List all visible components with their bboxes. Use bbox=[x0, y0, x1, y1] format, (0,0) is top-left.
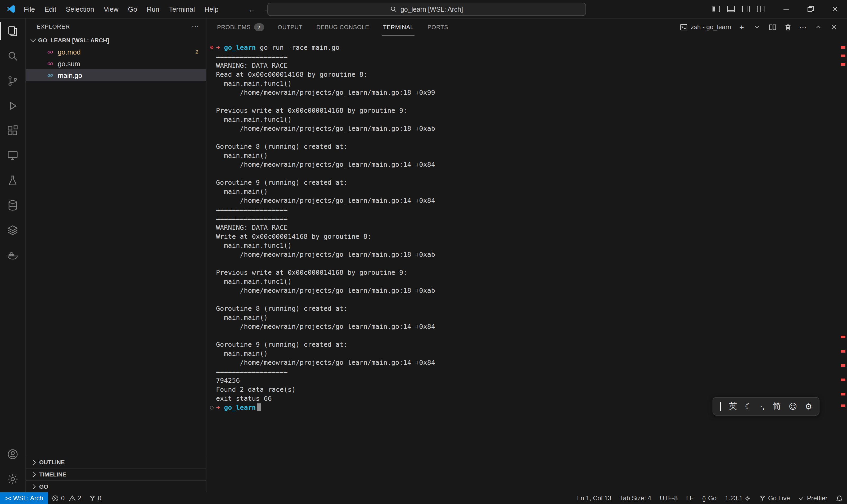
terminal-line: 794256 bbox=[216, 376, 839, 385]
layers-icon[interactable] bbox=[0, 218, 25, 242]
menu-run[interactable]: Run bbox=[142, 3, 164, 15]
kill-terminal-icon[interactable] bbox=[783, 22, 792, 32]
tab-problems[interactable]: PROBLEMS 2 bbox=[216, 19, 265, 35]
ime-punctuation-icon[interactable]: ·, bbox=[760, 401, 765, 411]
terminal-line: /home/meowrain/projects/go_learn/main.go… bbox=[216, 88, 839, 97]
terminal-icon bbox=[680, 23, 688, 31]
settings-gear-icon[interactable] bbox=[0, 466, 25, 491]
file-go.mod[interactable]: GOgo.mod2 bbox=[26, 46, 206, 58]
cursor-position[interactable]: Ln 1, Col 13 bbox=[573, 492, 615, 504]
menu-edit[interactable]: Edit bbox=[40, 3, 61, 15]
error-mark bbox=[841, 336, 845, 338]
command-decoration[interactable]: ○ bbox=[208, 403, 215, 411]
explorer-icon[interactable] bbox=[0, 19, 25, 43]
menu-selection[interactable]: Selection bbox=[61, 3, 99, 15]
accounts-icon[interactable] bbox=[0, 442, 25, 466]
maximize-panel-icon[interactable] bbox=[814, 22, 823, 32]
file-name: go.mod bbox=[58, 48, 81, 56]
terminal-line: ================== bbox=[216, 367, 839, 376]
error-count: 0 bbox=[61, 494, 65, 502]
language-mode[interactable]: {} Go bbox=[698, 492, 721, 504]
minimize-button[interactable] bbox=[774, 0, 798, 18]
encoding[interactable]: UTF-8 bbox=[655, 492, 682, 504]
error-mark bbox=[841, 393, 845, 395]
command-failed-decoration[interactable]: ⊗ bbox=[208, 43, 215, 51]
problems-status[interactable]: 0 2 bbox=[49, 492, 85, 504]
ime-settings-icon[interactable]: ⚙ bbox=[805, 401, 812, 411]
terminal-profile[interactable]: zsh - go_learn bbox=[680, 23, 731, 31]
toggle-secondary-sidebar-icon[interactable] bbox=[740, 3, 752, 15]
ime-language-indicator[interactable]: 英 bbox=[729, 401, 737, 411]
navigate-back-icon[interactable]: ← bbox=[248, 4, 256, 14]
tab-output[interactable]: OUTPUT bbox=[276, 19, 304, 35]
docker-icon[interactable] bbox=[0, 242, 25, 267]
ime-simplified-chinese-icon[interactable]: 简 bbox=[773, 401, 781, 411]
remote-explorer-icon[interactable] bbox=[0, 143, 25, 168]
menu-help[interactable]: Help bbox=[200, 3, 223, 15]
go-file-icon: GO bbox=[46, 50, 54, 54]
activity-bar bbox=[0, 19, 26, 492]
go-live[interactable]: Go Live bbox=[755, 492, 794, 504]
terminal-line: /home/meowrain/projects/go_learn/main.go… bbox=[216, 250, 839, 259]
menu-go[interactable]: Go bbox=[123, 3, 142, 15]
maximize-restore-button[interactable] bbox=[798, 0, 823, 18]
file-problems-badge: 2 bbox=[195, 49, 199, 55]
testing-icon[interactable] bbox=[0, 168, 25, 193]
tab-terminal[interactable]: TERMINAL bbox=[382, 19, 415, 35]
ime-toolbar-items: 英☾·,简☺⚙ bbox=[729, 401, 812, 411]
ime-emoji-icon[interactable]: ☺ bbox=[789, 401, 797, 411]
explorer-more-actions-icon[interactable]: ⋯ bbox=[192, 22, 200, 31]
terminal-line: main.main.func1() bbox=[216, 79, 839, 88]
terminal[interactable]: ⊗➜ go_learn go run -race main.go========… bbox=[206, 35, 839, 492]
ime-toolbar: 英☾·,简☺⚙ bbox=[713, 397, 819, 416]
source-control-icon[interactable] bbox=[0, 68, 25, 93]
indentation[interactable]: Tab Size: 4 bbox=[616, 492, 656, 504]
prettier-status[interactable]: Prettier bbox=[794, 492, 832, 504]
ime-moon-icon[interactable]: ☾ bbox=[745, 401, 752, 411]
toggle-panel-icon[interactable] bbox=[725, 3, 737, 15]
explorer-title: EXPLORER bbox=[37, 23, 70, 30]
terminal-line: Goroutine 8 (running) created at: bbox=[216, 304, 839, 313]
menu-view[interactable]: View bbox=[99, 3, 123, 15]
menu-file[interactable]: File bbox=[19, 3, 40, 15]
customize-layout-icon[interactable] bbox=[755, 3, 767, 15]
terminal-profile-dropdown-icon[interactable] bbox=[752, 22, 762, 32]
chevron-right-icon bbox=[31, 472, 36, 477]
remote-indicator[interactable]: >< WSL: Arch bbox=[0, 492, 49, 504]
remote-icon: >< bbox=[5, 495, 10, 501]
eol-sequence[interactable]: LF bbox=[682, 492, 698, 504]
terminal-more-actions-icon[interactable]: ⋯ bbox=[798, 22, 808, 32]
notifications-bell[interactable] bbox=[832, 492, 847, 504]
tab-ports[interactable]: PORTS bbox=[427, 19, 449, 35]
file-go.sum[interactable]: GOgo.sum bbox=[26, 58, 206, 69]
section-outline[interactable]: OUTLINE bbox=[26, 456, 206, 468]
ports-status[interactable]: 0 bbox=[85, 492, 105, 504]
split-terminal-icon[interactable] bbox=[768, 22, 777, 32]
section-timeline[interactable]: TIMELINE bbox=[26, 468, 206, 480]
section-go[interactable]: GO bbox=[26, 480, 206, 492]
new-terminal-icon[interactable]: + bbox=[737, 22, 746, 32]
database-icon[interactable] bbox=[0, 193, 25, 218]
overview-ruler[interactable] bbox=[841, 19, 846, 492]
broadcast-icon bbox=[759, 495, 766, 502]
section-outline-label: OUTLINE bbox=[39, 459, 65, 465]
file-main.go[interactable]: GOmain.go bbox=[26, 69, 206, 81]
go-file-icon: GO bbox=[46, 73, 54, 77]
go-version[interactable]: 1.23.1 bbox=[721, 492, 755, 504]
run-and-debug-icon[interactable] bbox=[0, 93, 25, 118]
search-text: go_learn [WSL: Arch] bbox=[400, 5, 463, 13]
search-icon bbox=[391, 6, 397, 13]
search-view-icon[interactable] bbox=[0, 43, 25, 68]
close-panel-icon[interactable] bbox=[829, 22, 839, 32]
toggle-sidebar-icon[interactable] bbox=[710, 3, 722, 15]
extensions-icon[interactable] bbox=[0, 118, 25, 143]
command-center-search[interactable]: go_learn [WSL: Arch] bbox=[267, 3, 586, 16]
close-window-button[interactable] bbox=[823, 0, 847, 18]
tab-debug-console[interactable]: DEBUG CONSOLE bbox=[315, 19, 370, 35]
ports-count: 0 bbox=[98, 494, 102, 502]
problems-count-badge: 2 bbox=[254, 23, 264, 31]
workspace-root-folder[interactable]: GO_LEARN [WSL: ARCH] bbox=[26, 34, 206, 46]
file-name: main.go bbox=[58, 71, 82, 79]
remote-label: WSL: Arch bbox=[13, 494, 43, 502]
menu-terminal[interactable]: Terminal bbox=[164, 3, 200, 15]
